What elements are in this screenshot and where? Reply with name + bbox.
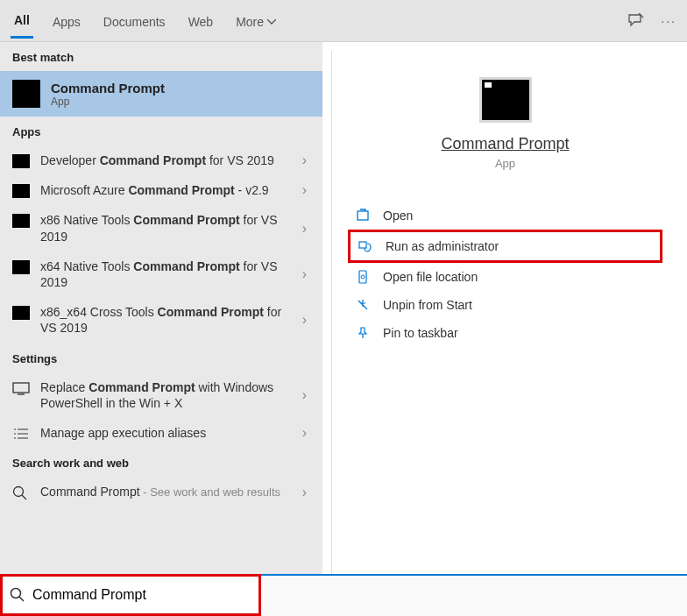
search-icon [10, 587, 25, 603]
folder-icon [355, 269, 371, 285]
preview-subtitle: App [341, 157, 669, 170]
chevron-right-icon[interactable]: › [299, 221, 310, 237]
section-settings: Settings [0, 343, 322, 372]
app-result-item[interactable]: Developer Command Prompt for VS 2019› [0, 145, 322, 175]
search-input[interactable] [32, 587, 251, 603]
search-bar [0, 574, 687, 616]
chevron-right-icon[interactable]: › [299, 425, 310, 441]
settings-list-icon [12, 427, 30, 441]
app-result-text: x86 Native Tools Command Prompt for VS 2… [40, 212, 299, 244]
search-input-container[interactable] [0, 574, 261, 616]
preview-title[interactable]: Command Prompt [341, 135, 669, 153]
best-match-item[interactable]: Command Prompt App [0, 71, 322, 117]
app-result-text: Microsoft Azure Command Prompt - v2.9 [40, 182, 299, 198]
pin-icon [355, 325, 371, 341]
feedback-icon[interactable] [627, 13, 645, 29]
svg-rect-12 [359, 271, 366, 283]
action-unpin-label: Unpin from Start [383, 298, 472, 312]
main-area: Best match Command Prompt App Apps Devel… [0, 42, 687, 574]
chevron-right-icon[interactable]: › [299, 312, 310, 328]
more-options-icon[interactable]: ··· [661, 14, 676, 28]
command-prompt-icon [12, 154, 30, 168]
unpin-icon [355, 297, 371, 313]
command-prompt-icon [12, 80, 40, 108]
results-panel: Best match Command Prompt App Apps Devel… [0, 42, 322, 574]
command-prompt-icon [12, 184, 30, 198]
tab-all[interactable]: All [11, 3, 33, 39]
settings-item-text: Manage app execution aliases [40, 425, 299, 441]
chevron-down-icon [267, 19, 276, 25]
shield-icon [358, 238, 373, 254]
search-icon [12, 485, 30, 499]
app-result-item[interactable]: x64 Native Tools Command Prompt for VS 2… [0, 251, 322, 297]
svg-point-13 [361, 275, 365, 279]
app-result-text: x64 Native Tools Command Prompt for VS 2… [40, 258, 299, 290]
tab-documents[interactable]: Documents [100, 4, 169, 38]
best-match-title: Command Prompt [51, 81, 165, 96]
command-prompt-icon [12, 214, 30, 228]
app-result-text: x86_x64 Cross Tools Command Prompt for V… [40, 304, 299, 336]
settings-item-replace-cmd[interactable]: Replace Command Prompt with Windows Powe… [0, 372, 322, 418]
tabs-container: All Apps Documents Web More [11, 3, 627, 39]
action-unpin-start[interactable]: Unpin from Start [348, 291, 662, 319]
svg-rect-0 [13, 383, 29, 393]
top-right-controls: ··· [627, 13, 676, 29]
app-result-item[interactable]: x86_x64 Cross Tools Command Prompt for V… [0, 297, 322, 343]
preview-panel: Command Prompt App Open Run as administr… [331, 51, 678, 574]
open-icon [355, 208, 371, 223]
action-pin-taskbar[interactable]: Pin to taskbar [348, 319, 662, 347]
svg-line-15 [19, 597, 24, 601]
action-open[interactable]: Open [348, 202, 662, 230]
chevron-right-icon[interactable]: › [299, 387, 310, 403]
workweb-item[interactable]: Command Prompt - See work and web result… [0, 477, 322, 507]
chevron-right-icon[interactable]: › [299, 266, 310, 282]
chevron-right-icon[interactable]: › [299, 152, 310, 168]
action-open-file-location[interactable]: Open file location [348, 263, 662, 291]
svg-point-8 [14, 487, 24, 497]
tab-more-label: More [236, 15, 264, 29]
settings-monitor-icon [12, 381, 30, 395]
settings-item-text: Replace Command Prompt with Windows Powe… [40, 379, 299, 411]
chevron-right-icon[interactable]: › [299, 485, 310, 500]
action-admin-label: Run as administrator [386, 239, 499, 253]
tab-web[interactable]: Web [185, 4, 217, 38]
search-bar-remainder [261, 574, 687, 616]
command-prompt-icon [12, 306, 30, 320]
section-apps: Apps [0, 117, 322, 145]
action-open-label: Open [383, 209, 413, 223]
best-match-sub: App [51, 96, 165, 108]
svg-line-9 [22, 495, 26, 499]
action-run-as-admin[interactable]: Run as administrator [348, 230, 662, 263]
svg-rect-11 [359, 242, 366, 248]
settings-item-aliases[interactable]: Manage app execution aliases › [0, 418, 322, 448]
search-tabs-bar: All Apps Documents Web More ··· [0, 0, 687, 42]
tab-more[interactable]: More [232, 4, 280, 38]
action-loc-label: Open file location [383, 270, 478, 284]
svg-rect-10 [358, 211, 368, 220]
command-prompt-icon [12, 260, 30, 274]
workweb-item-text: Command Prompt - See work and web result… [40, 484, 299, 500]
app-result-item[interactable]: Microsoft Azure Command Prompt - v2.9› [0, 175, 322, 205]
section-best-match: Best match [0, 42, 322, 71]
preview-app-icon [479, 77, 532, 123]
app-result-text: Developer Command Prompt for VS 2019 [40, 152, 299, 168]
preview-actions: Open Run as administrator Open file loca… [341, 202, 669, 347]
action-pin-label: Pin to taskbar [383, 326, 458, 340]
tab-apps[interactable]: Apps [49, 4, 84, 38]
app-result-item[interactable]: x86 Native Tools Command Prompt for VS 2… [0, 205, 322, 251]
chevron-right-icon[interactable]: › [299, 182, 310, 198]
svg-point-14 [11, 589, 21, 598]
section-workweb: Search work and web [0, 448, 322, 477]
